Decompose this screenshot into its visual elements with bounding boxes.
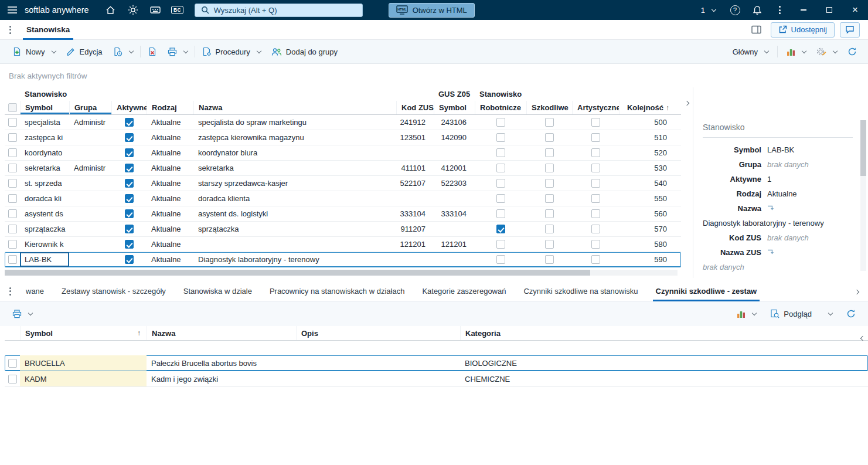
edit-button[interactable]: Edycja	[61, 43, 108, 60]
table-row[interactable]: zastępca ki Aktualne zastępca kierownika…	[5, 130, 681, 145]
cell-grupa[interactable]: Administr	[69, 118, 111, 127]
maximize-button[interactable]	[816, 0, 842, 20]
cell-kod-zus[interactable]: 121201	[396, 240, 434, 249]
row-select-checkbox[interactable]	[8, 240, 17, 249]
subpage-tab-4[interactable]: Kategorie zaszeregowań	[413, 281, 515, 301]
cell-nazwa[interactable]: Pałeczki Brucella abortus bovis	[147, 359, 296, 368]
cell-kod-zus[interactable]: 911207	[396, 225, 434, 233]
cell-kolejnosc[interactable]: 500	[619, 118, 675, 127]
cell-nazwa[interactable]: asystent ds. logistyki	[193, 209, 396, 218]
cell-nazwa[interactable]: specjalista do spraw marketingu	[193, 118, 396, 127]
table-row[interactable]: asystent ds Aktualne asystent ds. logist…	[5, 206, 681, 222]
artystyczne-checkbox[interactable]	[591, 225, 600, 233]
help-button[interactable]: ?	[724, 0, 746, 20]
cell-kod-zus[interactable]: 411101	[396, 164, 434, 172]
column-header-nazwa[interactable]: Nazwa	[147, 326, 296, 340]
column-header-opis[interactable]: Opis	[296, 326, 460, 340]
minimize-button[interactable]	[791, 0, 816, 20]
table-row[interactable]: specjalista Administr Aktualne specjalis…	[5, 115, 681, 130]
szkodliwe-checkbox[interactable]	[545, 179, 554, 188]
subpage-refresh-button[interactable]	[841, 306, 861, 322]
factbox-expander[interactable]	[681, 87, 693, 278]
column-header-grupa[interactable]: Grupa	[69, 101, 111, 114]
tabs-scroll-right-button[interactable]	[855, 287, 868, 296]
robotnicze-checkbox[interactable]	[496, 164, 505, 172]
row-select-checkbox[interactable]	[8, 118, 17, 127]
cell-kolejnosc[interactable]: 540	[619, 179, 675, 188]
subpage-print-button[interactable]	[7, 306, 38, 322]
table-row[interactable]: LAB-BK Aktualne Diagnostyk laboratoryjny…	[5, 252, 681, 267]
robotnicze-checkbox[interactable]	[496, 225, 505, 233]
keyboard-shortcuts-button[interactable]	[144, 0, 166, 20]
table-row[interactable]: doradca kli Aktualne doradca klienta 550	[5, 191, 681, 206]
row-select-checkbox[interactable]	[8, 375, 17, 383]
szkodliwe-checkbox[interactable]	[545, 194, 554, 203]
analyze-button[interactable]	[781, 43, 811, 60]
aktywne-checkbox[interactable]	[125, 194, 134, 203]
cell-rodzaj[interactable]: Aktualne	[147, 133, 193, 142]
aktywne-checkbox[interactable]	[125, 225, 134, 233]
aktywne-checkbox[interactable]	[125, 148, 134, 157]
row-select-checkbox[interactable]	[8, 179, 17, 188]
cell-symbol[interactable]: KADM	[20, 371, 147, 386]
column-header-nazwa[interactable]: Nazwa	[193, 101, 396, 114]
cell-gus-symbol[interactable]: 333104	[434, 209, 475, 218]
subpage-tabs-kebab[interactable]	[0, 281, 17, 301]
procedures-button[interactable]: Procedury	[197, 43, 266, 60]
cell-rodzaj[interactable]: Aktualne	[147, 148, 193, 157]
column-header-kolejnosc[interactable]: Kolejność ↑	[619, 101, 675, 114]
row-select-checkbox[interactable]	[8, 148, 17, 157]
horizontal-scrollbar[interactable]	[5, 270, 678, 276]
robotnicze-checkbox[interactable]	[496, 118, 505, 127]
robotnicze-checkbox[interactable]	[496, 240, 505, 249]
subpage-tab-6[interactable]: Czynniki szkodliwe - zestaw	[647, 281, 766, 301]
artystyczne-checkbox[interactable]	[591, 148, 600, 157]
row-select-checkbox[interactable]	[8, 194, 17, 203]
row-select-checkbox[interactable]	[8, 225, 17, 233]
cell-gus-symbol[interactable]: 243106	[434, 118, 475, 127]
aktywne-checkbox[interactable]	[125, 164, 134, 172]
aktywne-checkbox[interactable]	[125, 133, 134, 142]
subpage-collapse-button[interactable]	[821, 306, 838, 322]
cell-kolejnosc[interactable]: 570	[619, 225, 675, 233]
new-button[interactable]: Nowy	[7, 43, 61, 60]
robotnicze-checkbox[interactable]	[496, 255, 505, 264]
preview-button[interactable]: Podgląd	[765, 306, 817, 322]
table-row[interactable]: st. sprzeda Aktualne starszy sprzedawca-…	[5, 176, 681, 191]
column-header-kategoria[interactable]: Kategoria	[460, 326, 577, 340]
cell-kod-zus[interactable]: 522107	[396, 179, 434, 188]
view-selector[interactable]: Główny	[727, 43, 774, 60]
cell-kategoria[interactable]: CHEMICZNE	[460, 375, 577, 383]
tab-options-kebab[interactable]	[0, 20, 17, 39]
add-to-group-button[interactable]: Dodaj do grupy	[266, 43, 343, 60]
szkodliwe-checkbox[interactable]	[545, 240, 554, 249]
artystyczne-checkbox[interactable]	[591, 194, 600, 203]
cell-nazwa[interactable]: zastępca kierownika magazynu	[193, 133, 396, 142]
cell-rodzaj[interactable]: Aktualne	[147, 255, 193, 264]
cell-symbol[interactable]: asystent ds	[20, 209, 69, 218]
column-header-aktywne[interactable]: Aktywne	[111, 101, 147, 114]
subpage-tab-0[interactable]: wane	[17, 281, 53, 301]
home-button[interactable]	[100, 0, 122, 20]
comments-button[interactable]	[840, 22, 860, 38]
szkodliwe-checkbox[interactable]	[545, 148, 554, 157]
artystyczne-checkbox[interactable]	[591, 209, 600, 218]
row-select-checkbox[interactable]	[8, 255, 17, 264]
hamburger-menu-button[interactable]	[0, 0, 25, 20]
delete-button[interactable]	[142, 43, 162, 60]
cell-symbol[interactable]: LAB-BK	[20, 252, 69, 267]
row-select-checkbox[interactable]	[8, 359, 17, 368]
artystyczne-checkbox[interactable]	[591, 240, 600, 249]
table-row[interactable]: BRUCELLA Pałeczki Brucella abortus bovis…	[5, 355, 868, 371]
cell-rodzaj[interactable]: Aktualne	[147, 194, 193, 203]
cell-grupa[interactable]: Administr	[69, 164, 111, 172]
scrollbar-thumb[interactable]	[860, 120, 866, 176]
open-in-html-button[interactable]: HTML Otwórz w HTML	[389, 3, 475, 18]
artystyczne-checkbox[interactable]	[591, 133, 600, 142]
column-header-artystyczne[interactable]: Artystyczne	[572, 101, 619, 114]
cell-kod-zus[interactable]: 333104	[396, 209, 434, 218]
subpage-analyze-button[interactable]	[731, 306, 761, 322]
cell-gus-symbol[interactable]: 412001	[434, 164, 475, 172]
cell-nazwa[interactable]: koordynator biura	[193, 148, 396, 157]
cell-nazwa[interactable]: Diagnostyk laboratoryjny - terenowy	[193, 255, 396, 264]
